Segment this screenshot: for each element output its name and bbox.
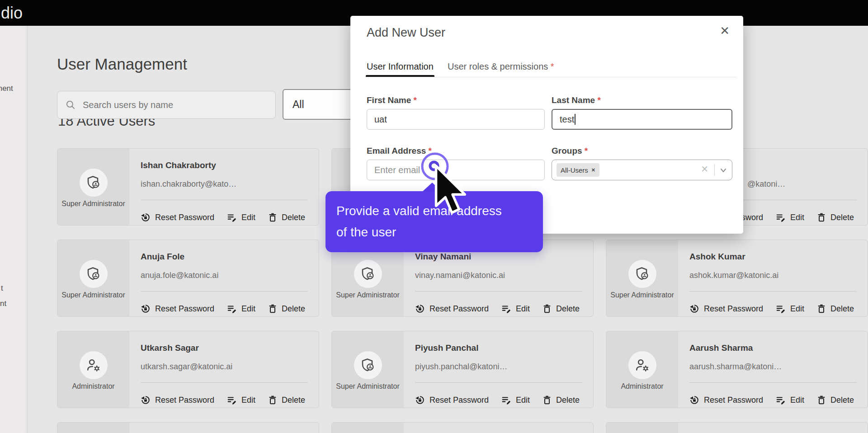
- reset-password-icon[interactable]: [141, 304, 151, 314]
- delete-button[interactable]: Delete: [830, 213, 854, 222]
- group-chip-all-users[interactable]: All-Users ✕: [557, 163, 599, 177]
- edit-button[interactable]: Edit: [790, 395, 804, 405]
- delete-trash-icon[interactable]: [817, 212, 826, 222]
- user-name: Vinay Namani: [415, 252, 471, 262]
- clear-selection-icon[interactable]: ✕: [701, 165, 708, 174]
- sidebar-item-fragment[interactable]: nt: [0, 299, 6, 308]
- avatar: [628, 351, 656, 379]
- card-actions: Reset Password Edit Delete: [415, 301, 580, 316]
- delete-button[interactable]: Delete: [556, 304, 580, 314]
- left-sidebar: ment t nt: [0, 26, 28, 433]
- sidebar-item-fragment[interactable]: ment: [0, 84, 13, 93]
- card-divider: [689, 382, 857, 383]
- edit-icon[interactable]: [501, 395, 511, 405]
- reset-password-icon[interactable]: [415, 304, 425, 314]
- edit-icon[interactable]: [501, 304, 511, 314]
- delete-trash-icon[interactable]: [268, 212, 277, 222]
- user-card: Administrator Aarush Sharma aarush.sharm…: [606, 331, 868, 408]
- reset-password-button[interactable]: Reset Password: [704, 395, 763, 405]
- user-role-label: Administrator: [606, 382, 678, 391]
- delete-button[interactable]: Delete: [830, 304, 854, 314]
- card-divider: [141, 291, 308, 292]
- reset-password-button[interactable]: Reset Password: [429, 304, 489, 314]
- edit-button[interactable]: Edit: [790, 213, 804, 222]
- reset-password-icon[interactable]: [141, 212, 151, 222]
- edit-button[interactable]: Edit: [241, 395, 255, 405]
- edit-icon[interactable]: [776, 395, 786, 405]
- delete-button[interactable]: Delete: [830, 395, 854, 405]
- user-name: Ashok Kumar: [689, 252, 745, 262]
- edit-button[interactable]: Edit: [516, 395, 530, 405]
- first-name-input[interactable]: uat: [367, 109, 545, 130]
- card-actions: Reset Password Edit Delete: [141, 301, 305, 316]
- reset-password-button[interactable]: Reset Password: [704, 304, 763, 314]
- edit-icon[interactable]: [776, 304, 786, 314]
- close-icon[interactable]: ✕: [720, 25, 730, 37]
- user-email: ishan.chakraborty@kato…: [141, 179, 236, 189]
- delete-button[interactable]: Delete: [282, 395, 305, 405]
- super-admin-shield-icon: [85, 266, 102, 282]
- search-input[interactable]: Search users by name: [57, 91, 276, 119]
- user-role-label: Super Administrator: [57, 200, 129, 208]
- reset-password-button[interactable]: Reset Password: [155, 395, 214, 405]
- modal-title: Add New User: [367, 26, 445, 40]
- delete-trash-icon[interactable]: [542, 304, 552, 314]
- reset-password-icon[interactable]: [415, 395, 425, 405]
- card-actions: Reset Password Edit Delete: [689, 393, 854, 407]
- super-admin-shield-icon: [634, 266, 651, 282]
- required-asterisk: *: [551, 61, 554, 71]
- reset-password-button[interactable]: Reset Password: [155, 213, 214, 222]
- delete-button[interactable]: Delete: [282, 213, 305, 222]
- tab-user-information[interactable]: User Information: [367, 61, 434, 72]
- tooltip-line2: of the user: [336, 221, 532, 243]
- edit-button[interactable]: Edit: [241, 304, 255, 314]
- chevron-down-icon[interactable]: [719, 166, 727, 174]
- user-email: anuja.fole@katonic.ai: [141, 271, 218, 280]
- brand-logo-fragment: dio: [1, 4, 23, 23]
- user-email: vinay.namani@katonic.ai: [415, 271, 505, 280]
- edit-button[interactable]: Edit: [241, 213, 255, 222]
- edit-icon[interactable]: [776, 212, 786, 222]
- avatar: [628, 260, 656, 288]
- reset-password-button[interactable]: Reset Password: [155, 304, 214, 314]
- reset-password-icon[interactable]: [689, 395, 699, 405]
- edit-icon[interactable]: [227, 395, 237, 405]
- edit-button[interactable]: Edit: [516, 304, 530, 314]
- user-email: utkarsh.sagar@katonic.ai: [141, 362, 232, 372]
- user-card: Reset Password Edit Delete: [331, 422, 594, 433]
- user-card-role-panel: [57, 423, 129, 433]
- user-role-label: Super Administrator: [332, 382, 404, 391]
- delete-trash-icon[interactable]: [817, 395, 826, 405]
- delete-button[interactable]: Delete: [556, 395, 580, 405]
- user-card: Super Administrator Piyush Panchal piyus…: [331, 331, 594, 408]
- card-divider: [689, 291, 857, 292]
- avatar: [354, 351, 382, 379]
- user-card-role-panel: Super Administrator: [57, 149, 129, 225]
- chip-remove-icon[interactable]: ✕: [591, 167, 595, 173]
- user-role-label: Super Administrator: [57, 291, 129, 299]
- user-card-role-panel: Administrator: [57, 331, 129, 408]
- tab-user-roles-permissions[interactable]: User roles & permissions *: [448, 61, 554, 72]
- sidebar-item-fragment[interactable]: t: [1, 284, 3, 293]
- edit-button[interactable]: Edit: [790, 304, 804, 314]
- reset-password-icon[interactable]: [689, 304, 699, 314]
- delete-trash-icon[interactable]: [268, 304, 277, 314]
- avatar: [80, 169, 108, 197]
- user-card-role-panel: Super Administrator: [57, 240, 129, 316]
- card-actions: Reset Password Edit Delete: [689, 301, 854, 316]
- page-title: User Management: [57, 55, 187, 73]
- reset-password-button[interactable]: Reset Password: [429, 395, 489, 405]
- reset-password-icon[interactable]: [141, 395, 151, 405]
- delete-trash-icon[interactable]: [542, 395, 552, 405]
- delete-button[interactable]: Delete: [282, 304, 305, 314]
- last-name-input[interactable]: test: [552, 109, 732, 130]
- user-card: Administrator Utkarsh Sagar utkarsh.saga…: [57, 331, 319, 408]
- delete-trash-icon[interactable]: [268, 395, 277, 405]
- card-actions: Reset Password Edit Delete: [141, 210, 305, 225]
- delete-trash-icon[interactable]: [817, 304, 826, 314]
- edit-icon[interactable]: [227, 212, 237, 222]
- edit-icon[interactable]: [227, 304, 237, 314]
- groups-multiselect[interactable]: All-Users ✕ ✕: [552, 160, 732, 180]
- user-card: Super Administrator Anuja Fole anuja.fol…: [57, 240, 319, 317]
- user-name: Utkarsh Sagar: [141, 343, 199, 353]
